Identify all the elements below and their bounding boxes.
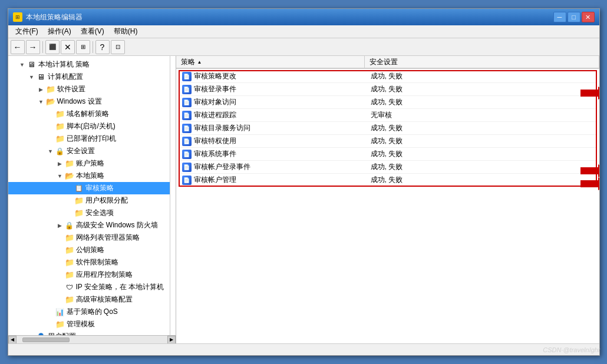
h-scroll-thumb[interactable] xyxy=(22,337,70,342)
tree-node-user-config[interactable]: ▼ 👤 用户配置 xyxy=(8,330,170,335)
close-button[interactable]: ✕ xyxy=(582,12,595,22)
view-button[interactable]: ⊡ xyxy=(111,40,125,54)
policy-row-2[interactable]: 📄 审核对象访问 成功, 失败 xyxy=(179,96,597,109)
show-hide-button[interactable]: ⬛ xyxy=(45,40,60,54)
folder-icon: 📁 xyxy=(55,134,65,144)
tree-node-pubkey[interactable]: ▶ 📁 公钥策略 xyxy=(8,244,170,256)
computer-icon: 🖥 xyxy=(27,60,37,70)
node-label: 高级安全 Windows 防火墙 xyxy=(76,220,158,230)
folder-icon: 📁 xyxy=(55,122,65,131)
title-bar: ⊞ 本地组策略编辑器 ─ □ ✕ xyxy=(8,9,599,25)
tree-node-software[interactable]: ▶ 📁 软件设置 xyxy=(8,83,170,95)
policy-list: 📄 审核策略更改 成功, 失败 📄 审核登录事件 xyxy=(176,69,599,343)
folder-icon: 📁 xyxy=(65,246,74,255)
policy-row-0[interactable]: 📄 审核策略更改 成功, 失败 xyxy=(179,70,597,83)
right-panel: 策略 ▲ 安全设置 📄 审核策略更改 xyxy=(176,56,599,343)
tree-node-windows-settings[interactable]: ▼ 📂 Windows 设置 xyxy=(8,95,170,108)
policy-security-cell-7: 成功, 失败 xyxy=(367,162,597,172)
policy-name-2: 审核对象访问 xyxy=(194,97,236,107)
svg-marker-1 xyxy=(580,164,599,177)
policy-name-7: 审核帐户登录事件 xyxy=(194,162,250,172)
tree-node-printer[interactable]: ▶ 📁 已部署的打印机 xyxy=(8,133,170,145)
policy-row-1[interactable]: 📄 审核登录事件 成功, 失败 xyxy=(179,83,597,96)
menu-action[interactable]: 操作(A) xyxy=(43,25,76,38)
tree-node-ipsec[interactable]: ▶ 🛡 IP 安全策略，在 本地计算机 xyxy=(8,281,170,293)
col-policy-label: 策略 xyxy=(181,57,195,67)
scroll-right-btn[interactable]: ▶ xyxy=(167,336,176,344)
properties-button[interactable]: ⊞ xyxy=(76,40,90,54)
toggle-icon: ▼ xyxy=(46,147,55,156)
maximize-button[interactable]: □ xyxy=(568,12,580,22)
policy-name-cell-1: 📄 审核登录事件 xyxy=(179,84,367,94)
delete-button[interactable]: ✕ xyxy=(61,40,75,54)
node-label: 域名解析策略 xyxy=(67,109,109,119)
policy-row-7[interactable]: 📄 审核帐户登录事件 成功, 失败 xyxy=(179,161,597,174)
policy-row-8[interactable]: 📄 审核帐户管理 成功, 失败 xyxy=(179,174,597,187)
tree-node-admin-templates[interactable]: ▶ 📁 管理模板 xyxy=(8,318,170,330)
node-label: IP 安全策略，在 本地计算机 xyxy=(76,282,164,292)
menu-help[interactable]: 帮助(H) xyxy=(109,25,143,38)
tree-panel: ▼ 🖥 本地计算机 策略 ▼ 🖥 计算机配置 ▶ xyxy=(8,56,170,335)
tree-node-qos[interactable]: ▶ 📊 基于策略的 QoS xyxy=(8,306,170,318)
tree-node-security-options[interactable]: ▶ 📁 安全选项 xyxy=(8,207,170,219)
policy-row-icon: 📄 xyxy=(182,176,192,185)
tree-node-applocker[interactable]: ▶ 📁 应用程序控制策略 xyxy=(8,269,170,281)
policy-security-6: 成功, 失败 xyxy=(371,149,403,159)
policy-name-cell-7: 📄 审核帐户登录事件 xyxy=(179,162,367,172)
policy-name-cell-2: 📄 审核对象访问 xyxy=(179,97,367,107)
policy-row-icon: 📄 xyxy=(182,72,192,81)
node-label: 管理模板 xyxy=(67,319,95,329)
minimize-button[interactable]: ─ xyxy=(553,12,566,22)
menu-file[interactable]: 文件(F) xyxy=(11,25,43,38)
policy-row-4[interactable]: 📄 审核目录服务访问 成功, 失败 xyxy=(179,122,597,135)
tree-node-dns[interactable]: ▶ 📁 域名解析策略 xyxy=(8,108,170,120)
node-label: 已部署的打印机 xyxy=(67,134,116,144)
back-button[interactable]: ← xyxy=(11,40,25,54)
policy-row-3[interactable]: 📄 审核进程跟踪 无审核 xyxy=(179,109,597,122)
computer-icon: 🖥 xyxy=(37,72,46,82)
tree-node-audit-policy[interactable]: ▶ 📋 审核策略 xyxy=(8,182,170,194)
folder-icon: 📁 xyxy=(55,110,65,119)
tree-node-adv-audit[interactable]: ▶ 📁 高级审核策略配置 xyxy=(8,293,170,306)
tree-node-software-restrict[interactable]: ▶ 📁 软件限制策略 xyxy=(8,256,170,269)
policy-row-icon: 📄 xyxy=(182,111,192,120)
folder-icon: 📁 xyxy=(65,295,74,305)
col-header-security[interactable]: 安全设置 xyxy=(365,56,599,68)
tree-node-firewall[interactable]: ▶ 🔒 高级安全 Windows 防火墙 xyxy=(8,219,170,231)
policy-security-8: 成功, 失败 xyxy=(371,175,403,185)
policy-name-1: 审核登录事件 xyxy=(194,84,236,94)
policy-icon: 📋 xyxy=(74,184,84,193)
col-header-policy[interactable]: 策略 ▲ xyxy=(176,56,365,68)
tree-node-script[interactable]: ▶ 📁 脚本(启动/关机) xyxy=(8,120,170,133)
column-headers: 策略 ▲ 安全设置 xyxy=(176,56,599,69)
tree-node-user-rights[interactable]: ▶ 📁 用户权限分配 xyxy=(8,194,170,207)
h-scroll-track xyxy=(17,337,167,342)
tree-node-account-policy[interactable]: ▶ 📁 账户策略 xyxy=(8,157,170,170)
tree-node-local-policy[interactable]: ▼ 📂 本地策略 xyxy=(8,170,170,182)
policy-name-cell-5: 📄 审核特权使用 xyxy=(179,136,367,146)
policy-row-5[interactable]: 📄 审核特权使用 成功, 失败 xyxy=(179,135,597,148)
menu-bar: 文件(F) 操作(A) 查看(V) 帮助(H) xyxy=(8,25,599,38)
toggle-icon: ▶ xyxy=(37,85,46,94)
policy-row-icon: 📄 xyxy=(182,85,192,94)
h-scrollbar[interactable]: ◀ ▶ xyxy=(8,335,176,343)
tree-root[interactable]: ▼ 🖥 本地计算机 策略 xyxy=(8,58,170,71)
node-label: 基于策略的 QoS xyxy=(67,307,118,317)
tree-node-network-list[interactable]: ▶ 📁 网络列表管理器策略 xyxy=(8,231,170,244)
shield-icon: 🔒 xyxy=(65,221,74,230)
help-button[interactable]: ? xyxy=(95,40,110,54)
menu-view[interactable]: 查看(V) xyxy=(76,25,109,38)
policy-security-7: 成功, 失败 xyxy=(371,162,403,172)
forward-button[interactable]: → xyxy=(26,40,40,54)
policy-row-icon: 📄 xyxy=(182,137,192,146)
policy-row-icon: 📄 xyxy=(182,124,192,133)
outlined-policy-block: 📄 审核策略更改 成功, 失败 📄 审核登录事件 xyxy=(179,70,597,187)
tree-node-security-settings[interactable]: ▼ 🔒 安全设置 xyxy=(8,145,170,157)
tree-node-computer-config[interactable]: ▼ 🖥 计算机配置 xyxy=(8,71,170,83)
policy-security-cell-1: 成功, 失败 xyxy=(367,84,597,94)
node-label: 安全选项 xyxy=(85,208,114,218)
scroll-left-btn[interactable]: ◀ xyxy=(8,336,17,344)
toggle-icon: ▼ xyxy=(27,72,37,82)
policy-name-3: 审核进程跟踪 xyxy=(194,110,236,120)
policy-row-6[interactable]: 📄 审核系统事件 成功, 失败 xyxy=(179,148,597,161)
